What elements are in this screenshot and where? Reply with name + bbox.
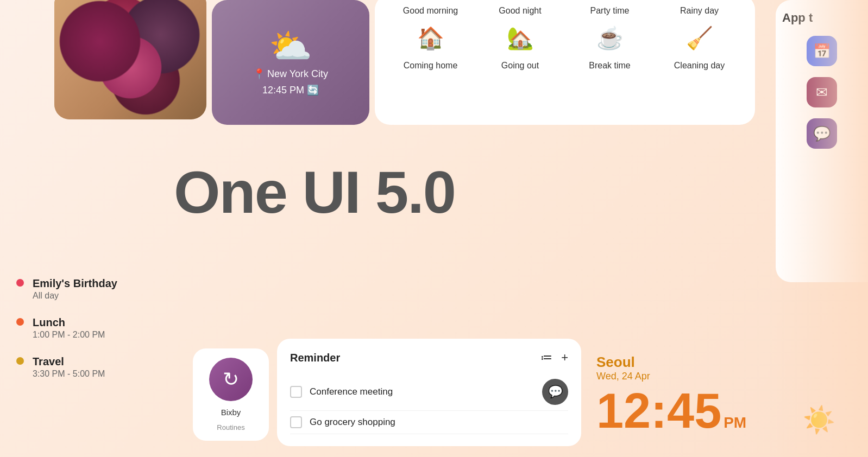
event-content-lunch: Lunch 1:00 PM - 2:00 PM (33, 316, 105, 340)
event-dot-yellow (16, 357, 24, 365)
event-item-travel: Travel 3:30 PM - 5:00 PM (16, 355, 158, 379)
weather-card: ⛅ 📍 New York City 12:45 PM 🔄 (212, 0, 369, 125)
event-time-birthday: All day (33, 291, 117, 301)
reminder-chat-button[interactable]: 💬 (542, 379, 568, 405)
clock-time-value: 12:45 (596, 386, 721, 435)
photo-card (54, 0, 206, 119)
messages-app-icon[interactable]: 💬 (807, 118, 837, 149)
event-item-birthday: Emily's Birthday All day (16, 277, 158, 301)
event-content-travel: Travel 3:30 PM - 5:00 PM (33, 355, 105, 379)
reminder-checkbox-conference[interactable] (290, 386, 302, 398)
bixby-sublabel: Routines (217, 423, 244, 431)
photo-image (54, 0, 206, 119)
reminder-checkbox-grocery[interactable] (290, 416, 302, 428)
routine-item-party-time[interactable]: Party time ☕ Break time (567, 5, 652, 114)
event-dot-red (16, 279, 24, 287)
event-title-birthday: Emily's Birthday (33, 277, 117, 290)
routine-icon-coffee: ☕ (593, 21, 627, 56)
bixby-icon: ↻ (209, 358, 253, 401)
reminder-card: Reminder ≔ + Conference meeting 💬 Go gro… (277, 339, 581, 446)
macarons-image (54, 0, 206, 119)
routine-icon-house: 🏡 (503, 21, 538, 56)
routine-label-rainy-day: Rainy day (680, 5, 719, 17)
clock-time: 12:45 PM (596, 386, 759, 435)
location-pin-icon: 📍 (253, 68, 265, 80)
routine-item-good-morning[interactable]: Good morning 🏠 Coming home (388, 5, 473, 114)
app-tray-title: App t (782, 11, 813, 25)
weather-location: 📍 New York City (253, 68, 328, 80)
reminder-title: Reminder (290, 352, 340, 364)
bixby-label: Bixby (221, 408, 241, 417)
reminder-text-conference: Conference meeting (310, 386, 534, 397)
reminder-actions: ≔ + (540, 351, 568, 365)
routine-label-good-morning: Good morning (403, 5, 458, 17)
routine-icon-home: 🏠 (413, 21, 448, 56)
reminder-item-grocery: Go grocery shopping (290, 411, 568, 434)
refresh-icon: 🔄 (307, 85, 319, 96)
chat-icon: 💬 (548, 385, 563, 399)
reminder-text-grocery: Go grocery shopping (310, 417, 568, 428)
routine-label-party-time: Party time (590, 5, 629, 17)
reminder-item-conference: Conference meeting 💬 (290, 373, 568, 411)
mail-app-icon[interactable]: ✉ (807, 77, 837, 107)
messages-icon: 💬 (813, 125, 831, 142)
reminder-list-icon[interactable]: ≔ (540, 351, 552, 365)
routine-label-going-out: Going out (501, 60, 539, 72)
oneui-heading: One UI 5.0 (174, 157, 455, 226)
mail-icon: ✉ (816, 84, 828, 101)
routine-label-cleaning-day: Cleaning day (674, 60, 725, 72)
bixby-card[interactable]: ↻ Bixby Routines (193, 348, 269, 441)
app-tray: App t 📅 ✉ 💬 (776, 0, 868, 282)
event-content-birthday: Emily's Birthday All day (33, 277, 117, 301)
calendar-icon: 📅 (813, 43, 831, 60)
clock-city: Seoul (596, 354, 759, 371)
calendar-app-icon[interactable]: 📅 (807, 36, 837, 66)
routines-card: Good morning 🏠 Coming home Good night 🏡 … (375, 0, 755, 125)
event-dot-orange (16, 318, 24, 326)
reminder-header: Reminder ≔ + (290, 351, 568, 365)
event-item-lunch: Lunch 1:00 PM - 2:00 PM (16, 316, 158, 340)
clock-ampm: PM (724, 415, 746, 430)
clock-date: Wed, 24 Apr (596, 371, 759, 382)
routine-label-break-time: Break time (589, 60, 630, 72)
routine-icon-broom: 🧹 (682, 21, 717, 56)
weather-icon: ⛅ (269, 29, 312, 64)
routine-label-good-night: Good night (499, 5, 541, 17)
reminder-add-icon[interactable]: + (561, 351, 568, 365)
event-title-travel: Travel (33, 355, 105, 368)
event-time-lunch: 1:00 PM - 2:00 PM (33, 330, 105, 340)
routine-label-coming-home: Coming home (404, 60, 458, 72)
event-time-travel: 3:30 PM - 5:00 PM (33, 369, 105, 379)
event-title-lunch: Lunch (33, 316, 105, 329)
clock-panel: Seoul Wed, 24 Apr 12:45 PM (586, 343, 770, 446)
routine-item-rainy-day[interactable]: Rainy day 🧹 Cleaning day (657, 5, 742, 114)
events-panel: Emily's Birthday All day Lunch 1:00 PM -… (0, 266, 174, 405)
sun-icon: ☀️ (803, 405, 835, 435)
routine-item-good-night[interactable]: Good night 🏡 Going out (477, 5, 563, 114)
weather-time: 12:45 PM 🔄 (262, 84, 319, 96)
